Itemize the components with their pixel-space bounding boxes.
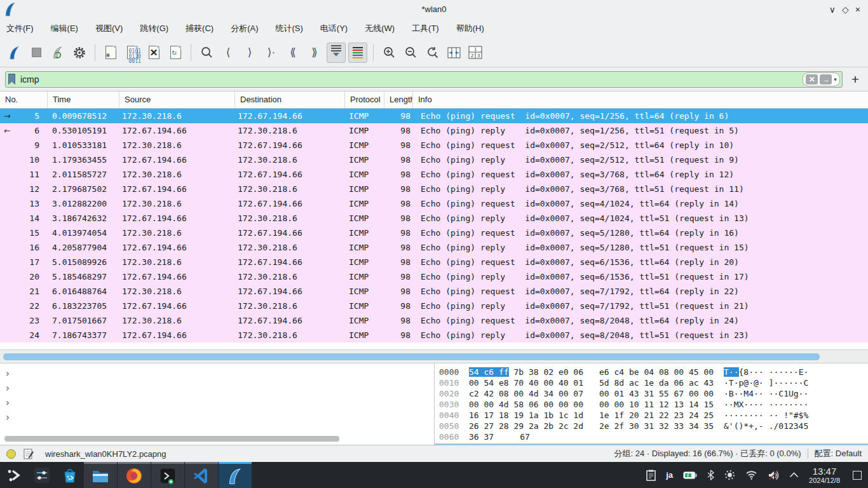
zoom-in-button[interactable] — [379, 43, 398, 63]
menu-item[interactable]: 文件(F) — [6, 23, 34, 34]
auto-scroll-button[interactable] — [327, 43, 346, 63]
vscode-icon[interactable] — [185, 462, 218, 488]
battery-icon[interactable] — [683, 471, 697, 479]
hex-row[interactable]: 0000 54 c6 ff 7b 38 02 e0 06 e6 c4 be 04… — [435, 367, 868, 377]
detail-row[interactable]: › Internet Control Message Protocol — [0, 410, 434, 425]
minimize-button[interactable]: ∨ — [829, 5, 836, 14]
hex-row[interactable]: 0060 36 37 67 — [435, 431, 868, 442]
capture-filename[interactable]: wireshark_wlan0KH7LY2.pcapng — [45, 449, 166, 459]
wireshark-taskbar-icon[interactable] — [219, 462, 252, 488]
packet-list-hscrollbar[interactable] — [0, 350, 868, 363]
capture-options-button[interactable] — [70, 43, 89, 63]
expand-chevron-icon[interactable]: › — [6, 410, 10, 425]
packet-row[interactable]: 14 3.186742632 172.67.194.66 172.30.218.… — [0, 211, 868, 226]
bluetooth-icon[interactable] — [707, 470, 714, 480]
column-length[interactable]: Length — [384, 92, 413, 108]
display-filter-input[interactable]: icmp ✕ → ▾ — [5, 71, 843, 88]
details-hscrollbar[interactable] — [4, 436, 339, 442]
packet-row[interactable]: ←6 0.530105191 172.67.194.66 172.30.218.… — [0, 123, 868, 138]
packet-row[interactable]: 15 4.013974054 172.30.218.6 172.67.194.6… — [0, 226, 868, 240]
packet-row[interactable]: 23 7.017501667 172.30.218.6 172.67.194.6… — [0, 313, 868, 328]
menu-item[interactable]: 跳转(G) — [140, 23, 168, 34]
packet-row[interactable]: 16 4.205877904 172.67.194.66 172.30.218.… — [0, 240, 868, 255]
menu-item[interactable]: 捕获(C) — [186, 23, 214, 34]
volume-muted-icon[interactable] — [768, 470, 779, 480]
firefox-icon[interactable] — [118, 462, 151, 488]
profile-label[interactable]: 配置: Default — [815, 448, 862, 459]
packet-row[interactable]: 21 6.016488764 172.30.218.6 172.67.194.6… — [0, 284, 868, 299]
capture-comment-icon[interactable] — [24, 449, 34, 459]
column-destination[interactable]: Destination — [235, 92, 345, 108]
packet-row[interactable]: 13 3.012882200 172.30.218.6 172.67.194.6… — [0, 196, 868, 211]
wifi-icon[interactable] — [745, 470, 757, 480]
brightness-icon[interactable] — [724, 470, 735, 480]
detail-row[interactable]: › Ethernet II, Src: HonHaiPrecis_c4:be:0… — [0, 381, 434, 396]
column-no[interactable]: No. — [0, 92, 48, 108]
tray-expander-icon[interactable] — [789, 472, 799, 478]
file-manager-icon[interactable] — [84, 462, 117, 488]
column-info[interactable]: Info — [413, 92, 868, 108]
show-desktop-button[interactable] — [853, 471, 862, 480]
menu-item[interactable]: 电话(Y) — [320, 23, 348, 34]
menu-item[interactable]: 工具(T) — [412, 23, 439, 34]
input-method-indicator[interactable]: ja — [666, 470, 673, 480]
app-launcher-icon[interactable] — [0, 462, 28, 488]
column-time[interactable]: Time — [48, 92, 119, 108]
filter-bookmark-icon[interactable] — [8, 73, 16, 85]
hex-row[interactable]: 0040 16 17 18 19 1a 1b 1c 1d 1e 1f 20 21… — [435, 410, 868, 421]
packet-row[interactable]: 11 2.011585727 172.30.218.6 172.67.194.6… — [0, 167, 868, 182]
apply-filter-button[interactable]: → — [820, 74, 832, 85]
save-file-button[interactable]: 010101100011 — [123, 43, 142, 63]
clear-filter-button[interactable]: ✕ — [806, 74, 818, 85]
find-packet-button[interactable] — [197, 43, 216, 63]
start-capture-button[interactable] — [5, 43, 24, 63]
hex-dump-pane[interactable]: 0000 54 c6 ff 7b 38 02 e0 06 e6 c4 be 04… — [434, 363, 868, 445]
maximize-button[interactable]: ◇ — [842, 5, 849, 14]
go-to-packet-button[interactable]: ⟩· — [262, 43, 281, 63]
detail-row[interactable]: › Frame 5: 98 bytes on wire (784 bits), … — [0, 367, 434, 381]
reload-file-button[interactable]: ↻ — [166, 43, 185, 63]
packet-row[interactable]: 12 2.179687502 172.67.194.66 172.30.218.… — [0, 182, 868, 196]
menu-item[interactable]: 视图(V) — [95, 23, 123, 34]
stop-capture-button[interactable] — [27, 43, 46, 63]
detail-row[interactable]: › Internet Protocol Version 4, Src: 172.… — [0, 396, 434, 410]
previous-packet-button[interactable]: ⟨ — [219, 43, 238, 63]
scrollbar-thumb[interactable] — [3, 353, 820, 360]
colorize-packets-button[interactable] — [348, 43, 367, 63]
packet-row[interactable]: 10 1.179363455 172.67.194.66 172.30.218.… — [0, 152, 868, 167]
discover-icon[interactable] — [56, 462, 84, 488]
close-button[interactable]: × — [855, 5, 860, 14]
hex-row[interactable]: 0030 00 00 4d 58 06 00 00 00 00 00 10 11… — [435, 399, 868, 410]
packet-row[interactable]: →5 0.009678512 172.30.218.6 172.67.194.6… — [0, 109, 868, 123]
expand-chevron-icon[interactable]: › — [6, 381, 10, 396]
menu-item[interactable]: 统计(S) — [275, 23, 302, 34]
menu-item[interactable]: 编辑(E) — [51, 23, 78, 34]
layout-123-button[interactable]: 123 — [466, 43, 485, 63]
column-protocol[interactable]: Protocol — [345, 92, 384, 108]
add-filter-button-plus[interactable]: + — [848, 72, 863, 87]
resize-columns-button[interactable] — [444, 43, 463, 63]
clipboard-icon[interactable] — [646, 470, 656, 481]
clock[interactable]: 13:47 2024/12/8 — [809, 466, 840, 485]
hex-row[interactable]: 0020 c2 42 08 00 4d 34 00 07 00 01 43 31… — [435, 388, 868, 399]
packet-row[interactable]: 17 5.015089926 172.30.218.6 172.67.194.6… — [0, 255, 868, 269]
restart-capture-button[interactable] — [48, 43, 67, 63]
terminal-icon[interactable] — [151, 462, 184, 488]
menu-item[interactable]: 帮助(H) — [456, 23, 484, 34]
expert-info-icon[interactable] — [6, 449, 16, 459]
expand-chevron-icon[interactable]: › — [6, 396, 10, 410]
open-file-button[interactable]: ▣ — [101, 43, 120, 63]
system-settings-icon[interactable] — [28, 462, 56, 488]
close-file-button[interactable]: ✕ — [144, 43, 163, 63]
menu-item[interactable]: 分析(A) — [231, 23, 258, 34]
hex-row[interactable]: 0050 26 27 28 29 2a 2b 2c 2d 2e 2f 30 31… — [435, 421, 868, 431]
packet-row[interactable]: 24 7.186743377 172.67.194.66 172.30.218.… — [0, 328, 868, 342]
zoom-reset-button[interactable] — [423, 43, 442, 63]
column-source[interactable]: Source — [119, 92, 235, 108]
next-packet-button[interactable]: ⟩ — [240, 43, 259, 63]
first-packet-button[interactable]: ⟪ — [283, 43, 302, 63]
filter-history-caret[interactable]: ▾ — [834, 76, 837, 83]
menu-item[interactable]: 无线(W) — [365, 23, 395, 34]
packet-row[interactable]: 9 1.010533181 172.30.218.6 172.67.194.66… — [0, 138, 868, 152]
packet-row[interactable]: 20 5.185468297 172.67.194.66 172.30.218.… — [0, 269, 868, 284]
